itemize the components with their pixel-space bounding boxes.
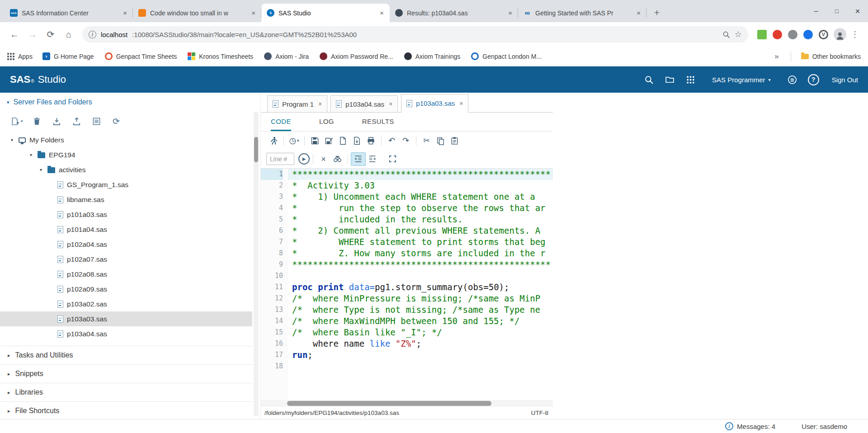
new-tab-button[interactable]: + [650,6,664,19]
extension-icon[interactable]: V [819,30,828,39]
forward-button[interactable]: → [24,26,41,42]
tree-item[interactable]: libname.sas [0,192,252,207]
code-line[interactable]: ****************************************… [288,169,553,180]
code-line[interactable]: * 1) Uncomment each WHERE statement one … [288,191,553,202]
browser-tab[interactable]: SASSAS Information Center× [5,4,133,22]
code-editor[interactable]: 123456789101112131415161718 ************… [261,169,553,400]
sidebar-section-file-shortcuts[interactable]: ▸File Shortcuts [0,401,252,420]
menu-icon[interactable] [787,74,798,85]
maximize-button[interactable]: □ [826,0,847,22]
reload-button[interactable]: ⟳ [42,26,59,42]
code-line[interactable] [288,361,553,372]
address-bar[interactable]: i localhost :10080/SASStudio/38/main?loc… [82,26,748,42]
download-button[interactable] [49,114,64,128]
browser-tab[interactable]: Results: p103a04.sas× [390,4,518,22]
goto-line-button[interactable]: ▶ [298,153,310,165]
copy-button[interactable] [434,134,448,147]
tree-item[interactable]: p102a07.sas [0,252,252,267]
other-bookmarks[interactable]: Other bookmarks [801,53,861,60]
tree-item[interactable]: ▾My Folders [0,132,252,147]
bookmark-star-icon[interactable]: ☆ [735,29,742,39]
extension-icon[interactable] [788,30,797,39]
print-button[interactable] [364,134,378,147]
tree-item[interactable]: p103a02.sas [0,297,252,311]
tree-expand-icon[interactable]: ▾ [9,137,15,142]
browser-tab[interactable]: ∞Getting Started with SAS Pr× [518,4,646,22]
scrollbar-thumb[interactable] [254,137,258,162]
code-line[interactable]: /* where MaxWindMPH between 150 and 155;… [288,315,553,327]
tree-item[interactable]: ▾EPG194 [0,147,252,162]
horizontal-scrollbar[interactable] [261,400,553,407]
sidebar-scrollbar[interactable] [254,112,259,416]
tree-item[interactable]: p102a04.sas [0,237,252,252]
new-program-button[interactable] [336,134,350,147]
code-line[interactable]: * 2) Comment all previous WHERE statemen… [288,225,553,236]
browser-tab[interactable]: SSAS Studio× [261,4,390,22]
tab-close-icon[interactable]: × [459,100,463,107]
tree-item[interactable]: GS_Program_1.sas [0,177,252,192]
code-line[interactable]: * WHERE statement to print storms that b… [288,236,553,248]
code-line[interactable]: * Activity 3.03 [288,180,553,191]
role-menu[interactable]: SAS Programmer ▾ [712,76,771,84]
browser-menu-icon[interactable]: ⋮ [848,29,862,39]
tree-expand-icon[interactable]: ▾ [28,152,34,157]
help-icon[interactable]: ? [808,74,819,85]
submission-history-button[interactable]: ◷▾ [287,134,301,147]
view-tab-code[interactable]: CODE [271,113,291,131]
bookmark-item[interactable]: SG Home Page [42,52,94,60]
browser-tab[interactable]: Code window too small in w× [133,4,261,22]
tree-item[interactable]: p101a04.sas [0,222,252,237]
code-line[interactable]: where name like "Z%"; [288,338,553,349]
tree-item[interactable]: p101a03.sas [0,207,252,222]
code-line[interactable]: * run the step to observe the rows that … [288,202,553,214]
sidebar-section-snippets[interactable]: ▸Snippets [0,364,252,383]
page-info-icon[interactable]: i [89,31,96,38]
scrollbar-thumb[interactable] [287,401,491,406]
export-button[interactable] [350,134,364,147]
profile-avatar[interactable] [834,28,846,41]
upload-button[interactable] [69,114,84,128]
redo-button[interactable]: ↷ [399,134,413,147]
messages-indicator[interactable]: i Messages: 4 [725,422,775,430]
tree-item[interactable]: p103a03.sas [0,311,252,326]
code-line[interactable]: * Z. How many storms are included in the… [288,248,553,259]
code-line[interactable]: * included in the results. [288,214,553,225]
sidebar-section-files[interactable]: ▾ Server Files and Folders [0,93,252,112]
goto-line-input[interactable] [266,153,294,165]
back-button[interactable]: ← [6,26,23,42]
open-folder-icon[interactable] [664,74,675,85]
code-line[interactable] [288,270,553,282]
bookmarks-overflow-icon[interactable]: » [773,52,780,61]
tab-close-icon[interactable]: × [250,9,257,17]
tree-item[interactable]: p102a09.sas [0,282,252,297]
maximize-view-button[interactable] [386,153,400,165]
code-line[interactable]: ****************************************… [288,259,553,270]
zoom-icon[interactable] [722,31,730,38]
editor-tab[interactable]: p103a03.sas× [401,94,468,112]
tab-close-icon[interactable]: × [378,9,385,17]
minimize-button[interactable]: ─ [806,0,826,22]
apps-waffle-icon[interactable] [685,74,696,85]
view-tab-results[interactable]: RESULTS [362,113,394,131]
delete-button[interactable] [29,114,44,128]
tab-close-icon[interactable]: × [507,9,514,17]
tree-item[interactable]: ▾activities [0,162,252,177]
sidebar-section-tasks-and-utilities[interactable]: ▸Tasks and Utilities [0,346,252,364]
tree-item[interactable]: p102a08.sas [0,267,252,282]
code-line[interactable]: proc print data=pg1.storm_summary(obs=50… [288,282,553,293]
undo-button[interactable]: ↶ [385,134,399,147]
tab-close-icon[interactable]: × [318,100,322,108]
tab-close-icon[interactable]: × [122,9,128,17]
bookmark-item[interactable]: Axiom - Jira [264,52,309,60]
code-line[interactable]: /* where Basin like "_I"; */ [288,327,553,338]
extension-icon[interactable] [773,30,782,39]
properties-button[interactable] [89,114,104,128]
paste-button[interactable] [448,134,462,147]
extension-icon[interactable] [803,30,813,39]
bookmark-item[interactable]: Axiom Trainings [404,52,461,60]
sign-out-link[interactable]: Sign Out [832,76,858,84]
autocomplete-toggle[interactable] [351,153,365,165]
tree-expand-icon[interactable]: ▾ [38,167,44,172]
cut-button[interactable]: ✂ [420,134,434,147]
bookmark-item[interactable]: Axiom Password Re... [320,52,393,60]
